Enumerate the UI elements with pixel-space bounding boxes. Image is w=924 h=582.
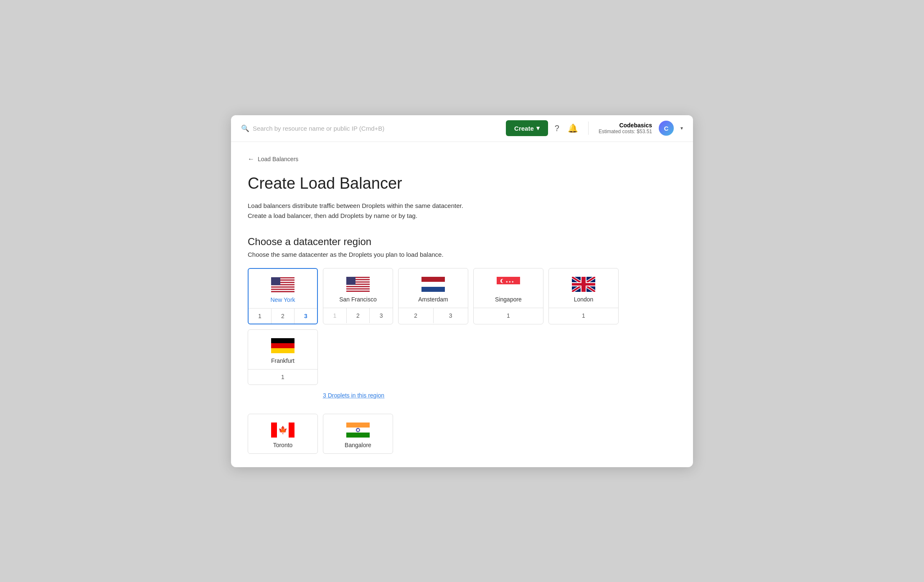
region-card-top-fra: Frankfurt [248,330,317,369]
flag-gb [572,277,595,292]
app-window: 🔍 Search by resource name or public IP (… [231,115,693,467]
region-card-top-am: Amsterdam [399,268,468,308]
svg-rect-44 [572,283,595,286]
region-card-top-lon: London [549,268,618,308]
flag-de [271,338,294,353]
svg-rect-12 [271,291,294,292]
region-num-sf-2[interactable]: 2 [347,308,370,323]
region-name-bangalore: Bangalore [345,442,371,448]
svg-rect-30 [421,287,445,292]
svg-rect-45 [271,338,294,343]
region-card-amsterdam[interactable]: Amsterdam 2 3 [398,268,468,324]
avatar[interactable]: C [659,121,674,136]
svg-rect-46 [271,343,294,348]
region-num-lon-1[interactable]: 1 [549,308,618,323]
section-title: Choose a datacenter region [248,236,676,248]
flag-us-2 [346,277,370,292]
svg-rect-13 [271,277,280,285]
flag-nl [421,277,445,292]
svg-text:✦✦✦: ✦✦✦ [505,280,514,284]
svg-rect-48 [271,423,277,438]
region-card-top: New York [249,269,317,308]
region-card-singapore[interactable]: ✦✦✦ Singapore 1 [473,268,543,324]
region-card-top-ban: Bangalore [323,414,393,453]
region-card-frankfurt[interactable]: Frankfurt 1 [248,329,318,385]
breadcrumb-label: Load Balancers [258,156,298,162]
svg-rect-52 [346,423,370,428]
section-subtitle: Choose the same datacenter as the Drople… [248,251,676,258]
svg-rect-8 [271,286,294,288]
region-num-fra-1[interactable]: 1 [248,369,317,385]
user-chevron-icon[interactable]: ▾ [680,125,683,131]
region-card-new-york[interactable]: New York 1 2 3 [248,268,318,324]
notification-icon[interactable]: 🔔 [568,123,578,133]
desc-line1: Load balancers distribute traffic betwee… [248,202,463,209]
region-numbers-fra: 1 [248,369,317,385]
region-card-top-tor: 🍁 Toronto [248,414,317,453]
svg-rect-7 [271,285,294,286]
region-card-london[interactable]: London 1 [548,268,619,324]
svg-rect-29 [421,282,445,287]
region-card-bangalore[interactable]: Bangalore [323,414,393,454]
region-num-ny-1[interactable]: 1 [249,309,272,324]
region-name-singapore: Singapore [495,296,522,303]
svg-text:🍁: 🍁 [278,425,288,435]
region-num-am-2[interactable]: 2 [399,308,434,323]
flag-sg: ✦✦✦ [497,277,520,292]
svg-rect-47 [271,348,294,353]
region-name-toronto: Toronto [273,442,293,448]
region-num-sf-1: 1 [323,308,347,323]
back-link[interactable]: ← Load Balancers [248,155,676,163]
svg-rect-9 [271,287,294,288]
user-info: Codebasics Estimated costs: $53.51 [599,122,652,134]
region-name-new-york: New York [270,296,295,303]
region-num-sf-3[interactable]: 3 [370,308,393,323]
svg-rect-22 [346,286,370,287]
droplets-link[interactable]: 3 Droplets in this region [323,392,384,399]
header-icons: ? 🔔 [555,123,578,133]
region-name-london: London [574,296,594,303]
svg-rect-54 [346,433,370,438]
search-placeholder: Search by resource name or public IP (Cm… [253,125,384,132]
flag-us-1 [271,277,294,292]
region-name-san-francisco: San Francisco [339,296,376,303]
create-label: Create [514,125,534,132]
svg-rect-11 [271,290,294,291]
create-button[interactable]: Create ▾ [506,120,548,136]
svg-rect-28 [421,277,445,282]
avatar-letter: C [664,125,669,132]
help-icon[interactable]: ? [555,124,559,133]
svg-rect-24 [346,288,370,289]
search-icon: 🔍 [241,124,249,132]
region-num-ny-3[interactable]: 3 [294,309,317,324]
user-name: Codebasics [619,122,652,129]
search-bar[interactable]: 🔍 Search by resource name or public IP (… [241,124,499,132]
region-num-sg-1[interactable]: 1 [474,308,543,323]
svg-rect-10 [271,288,294,290]
svg-rect-25 [346,289,370,291]
svg-rect-32 [497,284,520,292]
region-card-top-sf: San Francisco [323,268,393,308]
desc-line2: Create a load balancer, then add Droplet… [248,212,417,219]
svg-rect-23 [346,287,370,288]
header: 🔍 Search by resource name or public IP (… [231,115,693,142]
description: Load balancers distribute traffic betwee… [248,201,676,221]
svg-point-56 [358,430,358,430]
region-card-san-francisco[interactable]: San Francisco 1 2 3 [323,268,393,324]
region-numbers-sf: 1 2 3 [323,308,393,323]
region-name-amsterdam: Amsterdam [418,296,448,303]
region-card-toronto[interactable]: 🍁 Toronto [248,414,318,454]
region-num-am-3[interactable]: 3 [434,308,468,323]
region-card-top-sg: ✦✦✦ Singapore [474,268,543,308]
back-arrow-icon: ← [248,155,254,163]
page-title: Create Load Balancer [248,175,676,192]
region-num-ny-2[interactable]: 2 [272,309,294,324]
svg-rect-26 [346,291,370,292]
header-divider [588,121,589,135]
region-numbers-am: 2 3 [399,308,468,323]
svg-rect-27 [346,277,355,285]
region-numbers-lon: 1 [549,308,618,323]
region-grid-row2: 🍁 Toronto [248,414,676,454]
flag-ca: 🍁 [271,423,294,438]
user-cost: Estimated costs: $53.51 [599,129,652,134]
